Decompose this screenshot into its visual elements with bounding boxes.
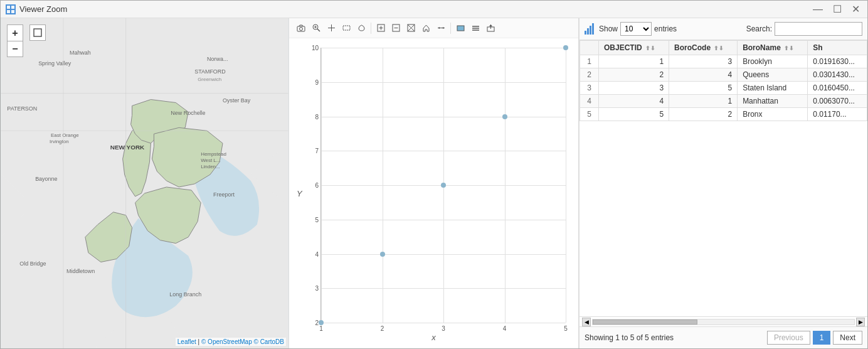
scroll-left-arrow[interactable]: ◀ (582, 318, 591, 326)
cell-row: 3 (580, 82, 599, 95)
cell-boroname: Staten Island (738, 82, 808, 95)
zoom-tool-button[interactable] (309, 21, 323, 35)
bar3 (590, 26, 591, 35)
close-button[interactable]: ✕ (849, 4, 862, 14)
search-input[interactable] (775, 22, 862, 36)
show-label: Show (599, 24, 618, 33)
reset-button[interactable] (404, 21, 418, 35)
data-point[interactable] (441, 183, 446, 188)
horizontal-scrollbar[interactable]: ◀ ▶ (580, 316, 867, 326)
title-bar: Viewer Zoom — ☐ ✕ (1, 1, 867, 18)
pan-tool-button[interactable] (324, 21, 338, 35)
lasso-tool-button[interactable] (354, 21, 368, 35)
y-tick-label: 9 (315, 78, 319, 85)
page-1-button[interactable]: 1 (813, 331, 831, 345)
map-zoom-controls: + − (7, 24, 23, 57)
osm-link[interactable]: © OpenStreetMap (201, 338, 252, 345)
minimize-button[interactable]: — (810, 4, 825, 14)
remove-point-button[interactable] (389, 21, 403, 35)
svg-text:Long Branch: Long Branch (169, 291, 201, 298)
svg-rect-29 (34, 29, 41, 36)
y-tick-label: 4 (315, 250, 319, 257)
entries-select[interactable]: 10 25 50 (620, 22, 652, 36)
cell-row: 2 (580, 68, 599, 82)
table-controls-right: Search: (746, 22, 862, 36)
grid-line-v (566, 48, 566, 323)
svg-text:Greenwich: Greenwich (198, 77, 221, 82)
home-button[interactable] (419, 21, 433, 35)
map-panel: Spring Valley Mahwah Norwa... STAMFORD G… (1, 18, 289, 348)
expand-button[interactable] (29, 24, 46, 41)
table-scroll-area[interactable]: OBJECTID ⬆⬇ BoroCode ⬆⬇ BoroName ⬆⬇ Sh (580, 40, 867, 316)
right-panel: Y x 234567891012345 (289, 18, 867, 348)
table-controls-left: Show 10 25 50 entries (585, 22, 677, 36)
lines-button[interactable] (468, 21, 482, 35)
cell-borocode: 1 (669, 95, 738, 108)
svg-line-33 (317, 29, 320, 31)
table-footer: Showing 1 to 5 of 5 entries Previous 1 N… (580, 326, 867, 348)
cartodb-link[interactable]: © CartoDB (254, 338, 285, 345)
main-window: Viewer Zoom — ☐ ✕ (0, 0, 868, 349)
cell-borocode: 2 (669, 108, 738, 121)
table-header: OBJECTID ⬆⬇ BoroCode ⬆⬇ BoroName ⬆⬇ Sh (580, 41, 867, 55)
svg-marker-56 (489, 24, 492, 26)
cell-boroname: Manhattan (738, 95, 808, 108)
export-button[interactable] (484, 21, 497, 35)
zoom-out-button[interactable]: − (7, 41, 23, 57)
add-point-button[interactable] (374, 21, 388, 35)
cell-objectid: 1 (599, 55, 669, 68)
cell-row: 1 (580, 55, 599, 68)
y-tick-label: 5 (315, 216, 319, 223)
scroll-thumb[interactable] (593, 319, 697, 325)
camera-tool-button[interactable] (294, 21, 308, 35)
scroll-track[interactable] (592, 319, 855, 325)
cell-objectid: 3 (599, 82, 669, 95)
entries-label: entries (654, 24, 677, 33)
data-point[interactable] (380, 252, 385, 257)
col-header-borocode[interactable]: BoroCode ⬆⬇ (669, 41, 738, 55)
pagination-controls: Previous 1 Next (767, 331, 862, 345)
previous-page-button[interactable]: Previous (767, 331, 810, 345)
data-point[interactable] (319, 320, 324, 325)
table-panel: Show 10 25 50 entries Search: (579, 18, 867, 348)
table-row: 1 1 3 Brooklyn 0.0191630... (580, 55, 867, 68)
data-point[interactable] (563, 45, 568, 50)
rect-select-tool-button[interactable] (339, 21, 353, 35)
col-header-objectid[interactable]: OBJECTID ⬆⬇ (599, 41, 669, 55)
svg-marker-49 (443, 27, 445, 29)
bar4 (592, 23, 594, 35)
rect-shape-button[interactable] (453, 21, 467, 35)
svg-rect-2 (7, 10, 10, 13)
next-page-button[interactable]: Next (833, 331, 862, 345)
table-row: 5 5 2 Bronx 0.01170... (580, 108, 867, 121)
cell-shape: 0.0160450... (808, 82, 867, 95)
leaflet-link[interactable]: Leaflet (177, 338, 196, 345)
table-row: 2 2 4 Queens 0.0301430... (580, 68, 867, 82)
chart-area: Y x 234567891012345 (289, 18, 579, 348)
table-row: 3 3 5 Staten Island 0.0160450... (580, 82, 867, 95)
svg-text:PATERSON: PATERSON (7, 105, 37, 112)
toolbar-sep-1 (371, 23, 371, 34)
svg-text:Norwa...: Norwa... (207, 56, 228, 62)
data-table: OBJECTID ⬆⬇ BoroCode ⬆⬇ BoroName ⬆⬇ Sh (580, 40, 867, 121)
grid-line-v (321, 48, 322, 323)
cell-boroname: Brooklyn (738, 55, 808, 68)
svg-text:Middletown: Middletown (66, 268, 95, 274)
scroll-right-arrow[interactable]: ▶ (856, 318, 865, 326)
arrows-button[interactable] (434, 21, 448, 35)
col-header-boroname[interactable]: BoroName ⬆⬇ (738, 41, 808, 55)
y-tick-label: 3 (315, 285, 319, 292)
zoom-in-button[interactable]: + (7, 24, 23, 41)
maximize-button[interactable]: ☐ (830, 4, 844, 14)
data-point[interactable] (502, 114, 507, 119)
cell-row: 5 (580, 108, 599, 121)
svg-rect-50 (457, 26, 464, 31)
cell-shape: 0.0063070... (808, 95, 867, 108)
svg-text:East Orange: East Orange (51, 132, 79, 138)
cell-shape: 0.0191630... (808, 55, 867, 68)
table-row: 4 4 1 Manhattan 0.0063070... (580, 95, 867, 108)
chart-toolbar (289, 18, 578, 38)
svg-point-31 (300, 27, 303, 30)
map-expand-control (29, 24, 46, 41)
svg-text:New Rochelle: New Rochelle (171, 110, 205, 116)
